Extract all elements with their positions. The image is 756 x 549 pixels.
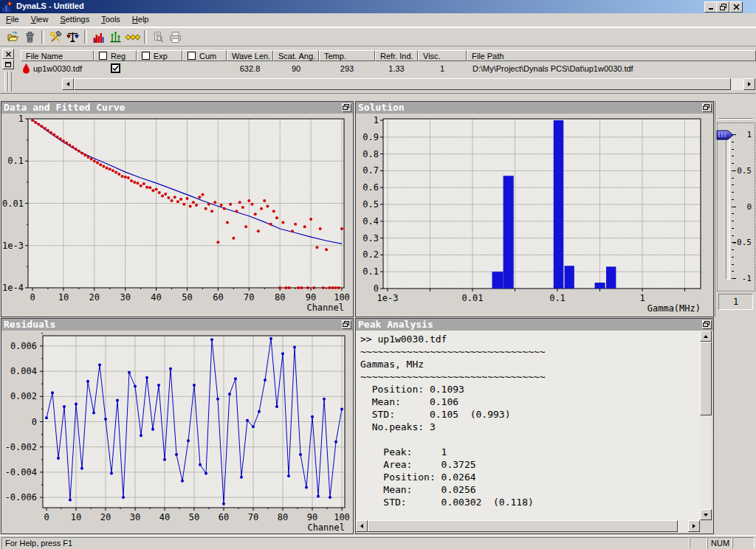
menu-item-settings[interactable]: Settings — [54, 13, 95, 26]
reg-checkbox-cell[interactable] — [94, 62, 137, 75]
column-header-exp[interactable]: Exp — [137, 50, 182, 61]
panel-restore-button[interactable] — [342, 320, 351, 329]
peak-hscroll-right-button[interactable] — [688, 520, 700, 532]
menu-item-file[interactable]: File — [0, 13, 25, 26]
table-hscroll-right-button[interactable] — [743, 78, 755, 90]
menu-item-help[interactable]: Help — [126, 13, 155, 26]
cell-cum[interactable] — [182, 62, 227, 75]
svg-text:50: 50 — [182, 292, 192, 303]
red-drop-icon — [22, 63, 30, 74]
svg-text:80: 80 — [275, 292, 285, 303]
peak-vscroll-down-button[interactable] — [700, 509, 712, 520]
dock-close-button[interactable] — [2, 49, 14, 59]
weights-button[interactable] — [64, 29, 81, 45]
column-header-visc-[interactable]: Visc. — [418, 50, 467, 61]
column-header-wave-len-[interactable]: Wave Len. — [227, 50, 273, 61]
peak-analysis-output[interactable]: >> up1w0030.tdf ~~~~~~~~~~~~~~~~~~~~~~~~… — [356, 331, 700, 520]
peak-vscroll-thumb[interactable] — [700, 342, 712, 415]
svg-text:0: 0 — [44, 512, 49, 522]
residuals-panel-title: Residuals — [4, 319, 55, 330]
svg-text:20: 20 — [89, 292, 100, 303]
red-histogram-icon — [92, 31, 105, 44]
close-button[interactable] — [729, 1, 743, 13]
column-header-reg[interactable]: Reg — [94, 50, 137, 61]
column-header-scat-ang-[interactable]: Scat. Ang. — [273, 50, 319, 61]
svg-text:-0.002: -0.002 — [5, 442, 37, 452]
column-header-cum[interactable]: Cum — [182, 50, 227, 61]
table-row[interactable]: up1w0030.tdf632.8902931.331D:\My\Project… — [21, 62, 756, 75]
cell-value: 90 — [292, 64, 300, 73]
right-arrow-icon — [748, 82, 753, 86]
cell-scat-ang-[interactable]: 90 — [273, 62, 319, 75]
decay-panel: Data and Fitted Curve 010203040506070809… — [1, 101, 354, 317]
column-header-temp-[interactable]: Temp. — [319, 50, 375, 61]
menu-item-view[interactable]: View — [25, 13, 55, 26]
peak-panel-header[interactable]: Peak Analysis — [356, 319, 713, 331]
svg-text:Channel: Channel — [307, 522, 345, 532]
peak-hscroll-thumb[interactable] — [368, 520, 678, 532]
cell-visc-[interactable]: 1 — [418, 62, 467, 75]
peak-hscroll-left-button[interactable] — [356, 520, 368, 532]
svg-text:80: 80 — [278, 512, 288, 522]
column-header-refr-ind-[interactable]: Refr. Ind. — [375, 50, 418, 61]
svg-text:1e-3: 1e-3 — [2, 241, 24, 251]
dock-gripper[interactable] — [8, 72, 12, 92]
svg-text:-0.006: -0.006 — [5, 492, 37, 503]
slider-minor-tick — [732, 192, 734, 193]
svg-text:0.006: 0.006 — [10, 341, 37, 351]
dock-float-button[interactable] — [2, 59, 14, 69]
check-icon — [112, 65, 119, 72]
panel-restore-button[interactable] — [702, 103, 712, 112]
cell-file-path[interactable]: D:\My\Project\Dynals PCS\Dat\up1w0030.td… — [467, 62, 756, 75]
file-table-band: File NameRegExpCumWave Len.Scat. Ang.Tem… — [0, 46, 756, 94]
svg-text:20: 20 — [100, 512, 111, 522]
cell-wave-len-[interactable]: 632.8 — [227, 62, 273, 75]
svg-text:70: 70 — [244, 292, 254, 303]
delete-button[interactable] — [21, 29, 38, 45]
column-checkbox[interactable] — [99, 52, 107, 60]
svg-text:40: 40 — [151, 292, 161, 303]
solution-panel-header[interactable]: Solution — [356, 102, 713, 114]
cell-refr-ind-[interactable]: 1.33 — [375, 62, 418, 75]
svg-text:10: 10 — [58, 292, 69, 303]
solution-panel-title: Solution — [358, 102, 405, 113]
table-hscroll-left-button[interactable] — [62, 78, 74, 90]
cell-exp[interactable] — [137, 62, 182, 75]
settings-tools-button[interactable] — [47, 29, 64, 45]
menu-bar: FileViewSettingsToolsHelp — [0, 13, 756, 27]
slider-minor-tick — [732, 221, 734, 221]
residuals-panel-header[interactable]: Residuals — [1, 319, 353, 331]
title-bar[interactable]: DynaLS - Untitled — [0, 0, 756, 13]
panel-restore-button[interactable] — [342, 103, 351, 112]
slider-thumb[interactable] — [716, 130, 734, 140]
svg-text:0.6: 0.6 — [362, 182, 379, 193]
restore-button[interactable] — [716, 1, 729, 13]
down-arrow-icon — [704, 514, 708, 519]
reg-checkbox[interactable] — [111, 63, 120, 73]
slider-track[interactable] — [726, 134, 730, 280]
menu-item-tools[interactable]: Tools — [95, 13, 126, 26]
file-name-cell[interactable]: up1w0030.tdf — [21, 62, 94, 75]
left-arrow-icon — [358, 524, 363, 528]
table-hscroll-thumb[interactable] — [74, 78, 731, 90]
column-checkbox[interactable] — [142, 52, 150, 60]
cell-value: 632.8 — [240, 64, 261, 73]
column-checkbox[interactable] — [188, 52, 196, 60]
distribution-button[interactable] — [107, 29, 124, 45]
green-stem-plot-icon — [109, 31, 122, 44]
svg-text:-0.004: -0.004 — [5, 467, 37, 477]
right-arrow-icon — [693, 524, 698, 528]
panel-restore-button[interactable] — [702, 320, 712, 329]
cell-temp-[interactable]: 293 — [319, 62, 375, 75]
decay-panel-header[interactable]: Data and Fitted Curve — [1, 102, 353, 114]
open-button[interactable] — [4, 29, 21, 45]
peaks-button[interactable] — [124, 29, 141, 45]
column-header-file-path[interactable]: File Path — [467, 50, 756, 61]
cell-value: D:\My\Project\Dynals PCS\Dat\up1w0030.td… — [472, 64, 633, 73]
toolbar-separator — [144, 30, 147, 44]
slider-value-box[interactable]: 1 — [718, 294, 753, 310]
histogram-button[interactable] — [90, 29, 107, 45]
peak-vscroll-up-button[interactable] — [700, 331, 712, 342]
column-header-file-name[interactable]: File Name — [21, 50, 94, 61]
svg-text:90: 90 — [306, 292, 316, 303]
